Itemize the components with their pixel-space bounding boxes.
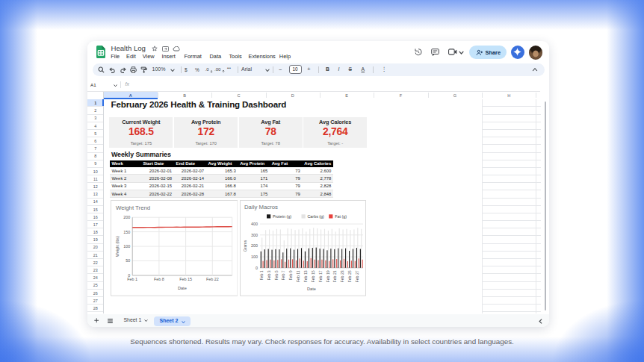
svg-text:Weight Trend: Weight Trend — [116, 205, 150, 212]
svg-text:400: 400 — [251, 222, 258, 226]
svg-text:Weight (lbs): Weight (lbs) — [114, 236, 119, 257]
svg-text:Protein (g): Protein (g) — [273, 214, 291, 219]
svg-text:Date: Date — [307, 287, 316, 291]
svg-text:Feb 17: Feb 17 — [318, 270, 323, 282]
svg-text:Feb 23: Feb 23 — [340, 270, 344, 282]
svg-text:100: 100 — [123, 244, 130, 249]
svg-text:Feb 8: Feb 8 — [154, 278, 164, 282]
svg-text:Feb 9: Feb 9 — [288, 270, 293, 280]
svg-text:0: 0 — [256, 266, 258, 270]
svg-text:Feb 27: Feb 27 — [355, 270, 359, 282]
svg-text:Feb 1: Feb 1 — [127, 278, 137, 282]
svg-text:200: 200 — [123, 215, 130, 219]
svg-text:50: 50 — [126, 259, 130, 263]
svg-text:Feb 22: Feb 22 — [206, 278, 219, 282]
svg-text:Feb 1: Feb 1 — [259, 270, 264, 280]
svg-text:150: 150 — [123, 230, 130, 234]
svg-text:Grams: Grams — [243, 240, 247, 252]
svg-text:Feb 5: Feb 5 — [274, 270, 279, 280]
svg-text:100: 100 — [251, 255, 258, 259]
svg-text:300: 300 — [251, 233, 258, 237]
svg-text:Feb 11: Feb 11 — [296, 270, 300, 282]
svg-text:Carbs (g): Carbs (g) — [307, 214, 324, 219]
svg-text:Feb 3: Feb 3 — [267, 270, 271, 280]
svg-text:Feb 21: Feb 21 — [332, 270, 337, 282]
svg-text:Daily Macros: Daily Macros — [244, 204, 278, 210]
svg-text:Feb 13: Feb 13 — [303, 270, 308, 282]
svg-text:Date: Date — [178, 286, 187, 290]
svg-text:Feb 25: Feb 25 — [347, 270, 352, 282]
svg-text:Feb 7: Feb 7 — [281, 270, 285, 280]
svg-text:200: 200 — [251, 244, 258, 249]
svg-text:Feb 15: Feb 15 — [311, 270, 315, 282]
svg-text:Feb 15: Feb 15 — [179, 278, 192, 282]
svg-text:Fat (g): Fat (g) — [335, 214, 347, 219]
svg-text:Feb 19: Feb 19 — [326, 270, 330, 282]
